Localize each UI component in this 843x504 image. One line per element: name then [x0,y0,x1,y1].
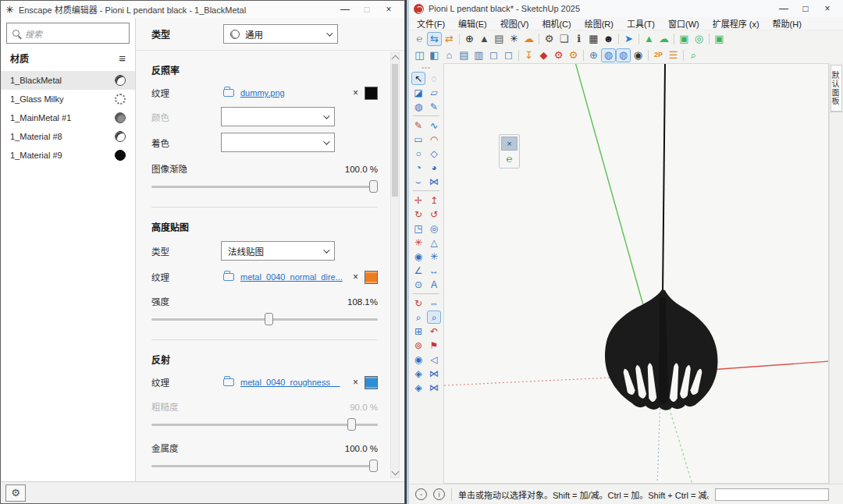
slider-thumb[interactable] [369,460,378,472]
folder-icon[interactable] [223,89,234,97]
roughness-slider[interactable] [151,417,378,431]
enscape-view-sync-icon[interactable]: ⇄ [442,32,457,46]
save-dollar-icon[interactable]: ▣ [712,32,727,46]
globe-dark-icon[interactable]: ◉ [631,48,646,62]
scroll-down-icon[interactable] [392,468,400,476]
lasso-tool-icon[interactable]: ◌ [427,72,441,85]
pendant-cord[interactable] [663,64,665,295]
save-model-icon[interactable]: ▣ [677,32,692,46]
section-display-icon[interactable]: ⋈ [427,381,441,394]
material-flower-icon[interactable]: ✳ [507,32,521,46]
pan-tool-icon[interactable]: ⇔ [427,296,441,310]
location-pin-icon[interactable]: ◎ [692,32,706,46]
enscape-titlebar[interactable]: ✳ Enscape 材质编辑器 - Pioni L pendant black … [1,1,404,18]
shield-green-icon[interactable]: ▲ [642,32,656,46]
curve-tool-icon[interactable]: ⌣ [411,175,425,188]
eraser-tool-icon[interactable]: ◪ [411,86,425,99]
height-type-dropdown[interactable]: 法线贴图 [221,241,335,261]
orbit-tool-icon[interactable]: ↻ [411,296,425,310]
menu-view[interactable]: 视图(V) [500,17,529,30]
two-point-icon[interactable]: 2P [651,48,666,62]
slider-thumb[interactable] [369,180,378,193]
circle-tool-icon[interactable]: ○ [411,147,425,160]
properties-scrollbar[interactable] [390,52,400,478]
minimize-button[interactable]: — [773,3,795,14]
doc-paste-icon[interactable]: ▥ [471,48,486,62]
scrollbar-thumb[interactable] [392,64,398,197]
roughness-texture-link[interactable]: metal_0040_roughness__ [240,378,347,387]
maximize-button[interactable]: □ [356,4,378,15]
stamp-tool-icon[interactable]: ▱ [427,86,441,99]
section-plane-icon[interactable]: ◈ [411,367,425,380]
remove-texture-icon[interactable]: × [353,377,358,388]
text-3d-tool-icon[interactable]: A [427,278,441,291]
rocket-icon[interactable]: ➤ [621,32,636,46]
enscape-sync-icon[interactable]: ⇆ [427,32,442,46]
scale-tool-icon[interactable]: ◳ [411,222,425,235]
material-row-blackmetal[interactable]: 1_BlackMetal [1,71,135,90]
outline-list-icon[interactable]: ☰ [666,48,681,62]
menu-window[interactable]: 窗口(W) [668,17,699,30]
color-dropdown[interactable] [221,107,335,126]
move-tool-icon[interactable]: ✛ [411,193,425,207]
pie-tool-icon[interactable]: ◕ [427,161,441,174]
remove-texture-icon[interactable]: × [353,87,358,98]
info-icon[interactable]: ℹ [571,32,586,46]
previous-view-icon[interactable]: ↶ [427,325,441,338]
menu-file[interactable]: 文件(F) [417,17,445,30]
polygon-tool-icon[interactable]: ◇ [427,147,441,160]
follow-me-tool-icon[interactable]: ↺ [427,208,441,221]
gear-orange-icon[interactable]: ⚙ [566,48,581,62]
gear-red-icon[interactable]: ⚙ [551,48,566,62]
sketchup-titlebar[interactable]: Pioni L pendant black* - SketchUp 2025 —… [409,0,843,17]
home-icon[interactable]: ⌂ [442,48,457,62]
doc-copy-icon[interactable]: ▤ [457,48,471,62]
new-model-icon[interactable]: ◫ [412,48,427,62]
asset-library-icon[interactable]: ▤ [492,32,507,46]
view-3d-alt-icon[interactable]: ◍ [616,48,631,62]
axes-tool-icon[interactable]: ✳ [427,250,441,263]
menu-camera[interactable]: 相机(C) [542,17,571,30]
field-of-view-icon[interactable]: ◁ [427,353,441,366]
view-3d-icon[interactable]: ◍ [601,48,616,62]
compass-icon[interactable]: ⊕ [586,48,601,62]
maximize-button[interactable]: □ [795,3,816,14]
normal-texture-link[interactable]: metal_0040_normal_dire... [240,272,347,282]
page-icon[interactable]: ◻ [486,48,501,62]
close-button[interactable]: × [816,3,838,14]
material-row-material8[interactable]: 1_Material #8 [1,127,135,146]
palette-drag-handle[interactable]: ••• [422,66,430,72]
menu-tools[interactable]: 工具(T) [627,17,655,30]
search-green-icon[interactable]: ⌕ [686,48,701,62]
softened-edges-icon[interactable]: △ [427,236,441,249]
offset-tool-icon[interactable]: ◎ [427,222,441,235]
tag-tool-icon[interactable]: ✎ [427,100,441,113]
menu-extensions[interactable]: 扩展程序 (x) [713,17,759,30]
slider-thumb[interactable] [265,313,273,325]
roughness-map-swatch[interactable] [365,376,378,389]
feedback-bubble-icon[interactable]: ❏ [557,32,571,46]
material-row-glass-milky[interactable]: 1_Glass Milky [1,90,135,108]
settings-gear-icon[interactable]: ⚙ [542,32,557,46]
strength-slider[interactable] [151,312,378,326]
zoom-extents-icon[interactable]: ⊞ [411,325,425,338]
material-row-mainmetal[interactable]: 1_MainMetal #1 [1,108,135,127]
line-tool-icon[interactable]: ✎ [411,119,425,132]
paint-bucket-icon[interactable]: ◍ [411,100,425,113]
enscape-object-icon[interactable]: ℮ [501,151,518,166]
close-button[interactable]: × [378,4,400,15]
measurement-input[interactable] [715,488,829,501]
menu-help[interactable]: 帮助(H) [773,17,802,30]
tape-measure-icon[interactable]: ⊙ [411,278,425,291]
folder-icon[interactable] [223,273,234,281]
position-camera-icon[interactable]: ⊚ [411,339,425,352]
walk-tool-icon[interactable]: ⚑ [427,339,441,352]
slider-thumb[interactable] [347,418,356,431]
pendant-lamp-model[interactable] [605,289,718,410]
albedo-texture-link[interactable]: dummy.png [240,88,347,98]
shield-flame-icon[interactable]: ▲ [477,32,492,46]
normal-map-swatch[interactable] [365,271,378,284]
cart-icon[interactable]: ▦ [586,32,601,46]
minimize-button[interactable]: — [334,4,356,15]
credits-info-icon[interactable]: i [433,488,445,500]
